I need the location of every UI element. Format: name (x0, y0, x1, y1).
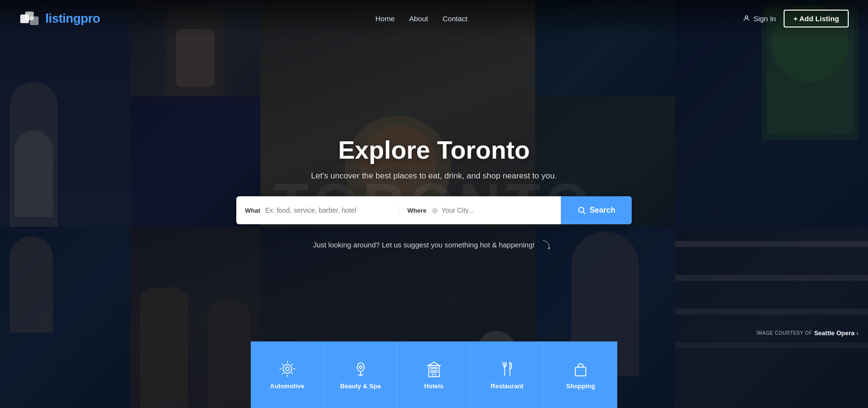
sign-in-label: Sign In (753, 14, 776, 23)
suggest-text-container: Just looking around? Let us suggest you … (236, 238, 632, 254)
beauty-spa-icon (352, 360, 369, 378)
search-what-label: What (245, 206, 260, 214)
add-listing-button[interactable]: + Add Listing (784, 10, 849, 27)
image-courtesy-label: IMAGE COURTESY OF (757, 330, 812, 336)
svg-line-12 (282, 364, 284, 365)
sign-in-button[interactable]: Sign In (743, 14, 776, 23)
search-bar: What Where ⊕ Search (236, 196, 632, 224)
svg-point-7 (285, 367, 289, 370)
search-button[interactable]: Search (561, 196, 632, 224)
svg-point-16 (357, 363, 364, 371)
hotels-label: Hotels (424, 382, 444, 390)
compass-icon: ⊕ (432, 205, 438, 215)
search-where-label: Where (407, 206, 427, 214)
categories-bar: Automotive Beauty & Spa (251, 341, 617, 408)
svg-line-13 (291, 373, 293, 374)
beauty-spa-label: Beauty & Spa (340, 382, 381, 390)
logo[interactable]: listingpro (19, 8, 100, 29)
hero-subtitle: Let's uncover the best places to eat, dr… (236, 171, 632, 181)
svg-line-14 (291, 364, 293, 365)
nav-link-home[interactable]: Home (375, 14, 394, 23)
svg-point-17 (359, 366, 362, 368)
svg-rect-2 (30, 16, 39, 25)
category-beauty-spa[interactable]: Beauty & Spa (324, 341, 397, 408)
nav-link-about[interactable]: About (409, 14, 428, 23)
navbar: listingpro Home About Contact Sign In + … (0, 0, 868, 37)
category-automotive[interactable]: Automotive (251, 341, 324, 408)
logo-suffix: pro (81, 11, 100, 26)
search-button-label: Search (590, 206, 615, 215)
svg-rect-26 (435, 370, 437, 372)
category-restaurant[interactable]: Restaurant (471, 341, 544, 408)
svg-rect-23 (435, 367, 437, 369)
category-shopping[interactable]: Shopping (544, 341, 617, 408)
logo-prefix: listing (45, 11, 81, 26)
svg-line-15 (282, 373, 284, 374)
svg-rect-24 (430, 370, 432, 372)
search-icon (577, 206, 586, 215)
hotels-icon (425, 360, 443, 378)
image-courtesy-arrow[interactable]: › (856, 330, 858, 337)
add-listing-label: + Add Listing (793, 14, 839, 23)
svg-line-5 (583, 212, 585, 214)
svg-point-3 (746, 16, 748, 18)
restaurant-label: Restaurant (491, 382, 524, 390)
nav-links: Home About Contact (375, 14, 467, 23)
search-what-input[interactable] (265, 206, 390, 214)
hero-content: Explore Toronto Let's uncover the best p… (236, 136, 632, 254)
category-hotels[interactable]: Hotels (397, 341, 471, 408)
nav-link-contact[interactable]: Contact (443, 14, 468, 23)
automotive-label: Automotive (270, 382, 305, 390)
automotive-icon (279, 360, 296, 378)
image-courtesy: IMAGE COURTESY OF Seattle Opera › (757, 329, 858, 337)
svg-rect-31 (575, 367, 586, 376)
image-courtesy-source: Seattle Opera (814, 329, 854, 337)
hero-section: TORONTO listingpro Home About Contact (0, 0, 868, 408)
logo-text: listingpro (45, 11, 100, 26)
suggest-arrow (541, 238, 555, 254)
restaurant-icon (499, 360, 516, 378)
svg-rect-22 (433, 367, 435, 369)
svg-point-6 (283, 365, 292, 373)
shopping-icon (572, 360, 589, 378)
nav-actions: Sign In + Add Listing (743, 10, 849, 27)
user-icon (743, 14, 750, 22)
svg-rect-21 (430, 367, 432, 369)
hero-title: Explore Toronto (236, 136, 632, 164)
search-what-container: What (236, 206, 399, 214)
svg-point-4 (579, 207, 584, 213)
shopping-label: Shopping (566, 382, 595, 390)
search-where-container: Where ⊕ (399, 205, 561, 215)
search-where-input[interactable] (442, 206, 552, 214)
suggest-text: Just looking around? Let us suggest you … (313, 241, 535, 249)
svg-rect-25 (433, 370, 435, 372)
logo-icon (19, 8, 41, 29)
